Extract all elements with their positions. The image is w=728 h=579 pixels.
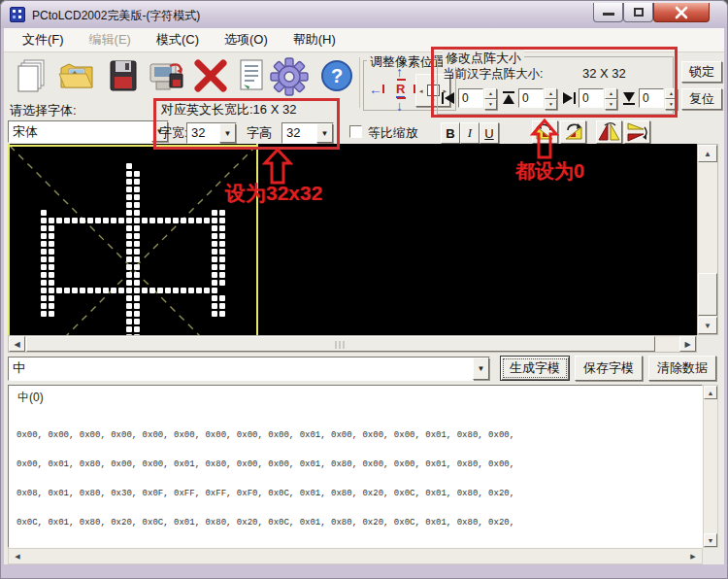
- reset-position-button[interactable]: R: [396, 83, 405, 98]
- trim-right-down[interactable]: ▼: [605, 99, 617, 110]
- close-button[interactable]: [653, 3, 710, 22]
- close-icon: [675, 6, 688, 19]
- trim-bottom-up[interactable]: ▲: [665, 88, 678, 99]
- trim-left-spinner: 0 ▲▼: [441, 87, 497, 109]
- font-select-value: 宋体: [9, 121, 151, 142]
- annotation-set-size: 设为32x32: [225, 180, 322, 207]
- glyph-canvas[interactable]: [8, 144, 697, 335]
- trim-top-up[interactable]: ▲: [545, 88, 557, 99]
- bold-button[interactable]: B: [441, 122, 460, 144]
- restore-button[interactable]: [623, 3, 653, 22]
- flip-horizontal-icon: [625, 121, 649, 143]
- output-scroll-down[interactable]: ▼: [704, 533, 717, 547]
- frame-top: [8, 145, 258, 147]
- trim-top-icon: [501, 90, 516, 106]
- left-arrow-tick-icon: ◂: [419, 87, 423, 95]
- trim-left-icon: [441, 90, 456, 106]
- output-scroll-up[interactable]: ▲: [704, 386, 717, 399]
- reset-button[interactable]: 复位: [681, 88, 722, 110]
- clear-data-button[interactable]: 清除数据: [648, 356, 716, 381]
- trim-left-up[interactable]: ▲: [484, 88, 497, 99]
- canvas-hscroll-thumb[interactable]: [26, 336, 655, 352]
- help-button[interactable]: ?: [316, 55, 357, 96]
- rotate-right-button[interactable]: [560, 120, 586, 144]
- canvas-vscrollbar[interactable]: ▲ ▼: [697, 144, 718, 335]
- canvas-scroll-left[interactable]: ◀: [9, 336, 25, 352]
- char-input-arrow[interactable]: ▼: [473, 358, 489, 380]
- frame-right: [256, 144, 258, 335]
- trim-top-spinner: 0 ▲▼: [501, 87, 557, 109]
- scale-checkbox[interactable]: [349, 125, 362, 138]
- canvas-scroll-down[interactable]: ▼: [698, 317, 717, 334]
- char-height-value: 32: [282, 123, 316, 143]
- char-height-label: 字高: [247, 124, 272, 142]
- annotation-set-zero: 都设为0: [515, 158, 584, 185]
- trim-bottom-value[interactable]: 0: [639, 88, 664, 108]
- menu-bar: 文件(F) 编辑(E) 模式(C) 选项(O) 帮助(H): [4, 28, 724, 52]
- output-scroll-right[interactable]: ▶: [686, 550, 700, 562]
- app-window: PCtoLCD2002完美版-(字符模式) 文件(F) 编辑(E) 模式(C) …: [0, 0, 728, 579]
- menu-mode[interactable]: 模式(C): [144, 28, 212, 51]
- menu-file[interactable]: 文件(F): [10, 28, 77, 51]
- flip-vertical-button[interactable]: [596, 120, 622, 144]
- trim-right-up[interactable]: ▲: [605, 88, 617, 99]
- help-icon: ?: [317, 56, 356, 95]
- scale-checkbox-label: 等比缩放: [368, 124, 418, 142]
- menu-help[interactable]: 帮助(H): [281, 28, 348, 51]
- save-model-button[interactable]: 保存字模: [575, 356, 643, 381]
- flip-horizontal-button[interactable]: [624, 120, 650, 144]
- matrix-current-value: 32 X 32: [582, 66, 626, 81]
- down-arrow-tick-icon: ▾: [431, 97, 435, 105]
- move-left-button[interactable]: ←: [369, 83, 382, 96]
- output-scroll-left[interactable]: ◀: [11, 550, 24, 562]
- trim-top-value[interactable]: 0: [518, 88, 544, 108]
- new-file-button[interactable]: [12, 55, 52, 96]
- new-file-icon: [13, 56, 51, 95]
- canvas-vscroll-thumb[interactable]: [698, 273, 717, 316]
- output-textarea[interactable]: 中(0) 0x00, 0x00, 0x00, 0x00, 0x00, 0x00,…: [8, 385, 703, 548]
- save-button[interactable]: [103, 55, 144, 96]
- output-hscrollbar[interactable]: ◀ ▶: [8, 548, 703, 564]
- char-input-value[interactable]: 中: [9, 358, 473, 380]
- char-height-arrow[interactable]: ▼: [316, 123, 333, 143]
- canvas-scroll-up[interactable]: ▲: [698, 145, 717, 162]
- minimize-button[interactable]: [593, 3, 623, 22]
- flip-vertical-icon: [597, 121, 621, 143]
- char-width-combo[interactable]: 32 ▼: [186, 122, 237, 144]
- trim-left-value[interactable]: 0: [458, 88, 483, 108]
- generate-button[interactable]: 生成字模: [500, 356, 570, 381]
- font-select-label: 请选择字体:: [10, 102, 77, 119]
- trim-bottom-down[interactable]: ▼: [665, 99, 678, 110]
- notes-icon: [232, 56, 271, 95]
- trim-left-down[interactable]: ▼: [484, 99, 497, 110]
- notes-button[interactable]: [231, 55, 272, 96]
- underline-button[interactable]: U: [480, 122, 499, 144]
- menu-options[interactable]: 选项(O): [212, 28, 281, 51]
- scroll-corner: [697, 335, 718, 353]
- title-bar[interactable]: PCtoLCD2002完美版-(字符模式): [1, 1, 727, 28]
- char-input-combo[interactable]: 中 ▼: [8, 357, 490, 381]
- trim-right-value[interactable]: 0: [579, 88, 604, 108]
- font-select-combo[interactable]: 宋体 ▼: [8, 120, 169, 143]
- move-up-button[interactable]: ↑: [396, 65, 403, 79]
- move-down-button[interactable]: ↓: [396, 99, 403, 113]
- output-header: 中(0): [17, 390, 44, 406]
- open-folder-icon: [57, 56, 96, 95]
- italic-button[interactable]: I: [460, 122, 480, 144]
- lock-button[interactable]: 锁定: [681, 61, 722, 83]
- char-width-value: 32: [187, 123, 219, 143]
- canvas-hscrollbar[interactable]: ◀ ▶: [8, 335, 697, 353]
- save-as-button[interactable]: [146, 55, 186, 96]
- delete-button[interactable]: [190, 55, 231, 96]
- trim-top-down[interactable]: ▼: [545, 99, 557, 110]
- char-width-label: 字宽:: [159, 124, 188, 142]
- char-width-arrow[interactable]: ▼: [219, 123, 236, 143]
- open-file-button[interactable]: [56, 55, 97, 96]
- output-vscrollbar[interactable]: ▲ ▼: [703, 385, 718, 548]
- char-height-combo[interactable]: 32 ▼: [281, 122, 334, 144]
- save-as-icon: [147, 56, 187, 95]
- settings-button[interactable]: [268, 55, 309, 96]
- canvas-scroll-right[interactable]: ▶: [679, 336, 696, 352]
- hex-line: 0x08, 0x01, 0x80, 0x30, 0x0F, 0xFF, 0xFF…: [17, 489, 571, 498]
- ratio-title: 对应英文长宽比:16 X 32: [161, 101, 296, 119]
